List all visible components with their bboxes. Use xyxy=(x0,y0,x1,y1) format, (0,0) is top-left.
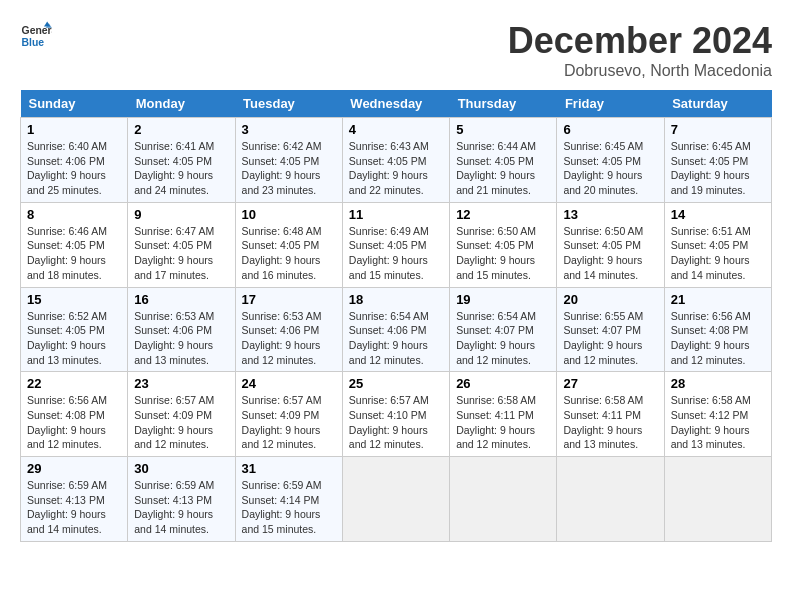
day-info: Sunrise: 6:58 AMSunset: 4:12 PMDaylight:… xyxy=(671,393,765,452)
day-info: Sunrise: 6:54 AMSunset: 4:06 PMDaylight:… xyxy=(349,309,443,368)
day-number: 21 xyxy=(671,292,765,307)
day-info: Sunrise: 6:57 AMSunset: 4:10 PMDaylight:… xyxy=(349,393,443,452)
calendar-cell: 12Sunrise: 6:50 AMSunset: 4:05 PMDayligh… xyxy=(450,202,557,287)
calendar-cell: 25Sunrise: 6:57 AMSunset: 4:10 PMDayligh… xyxy=(342,372,449,457)
day-info: Sunrise: 6:55 AMSunset: 4:07 PMDaylight:… xyxy=(563,309,657,368)
day-number: 6 xyxy=(563,122,657,137)
day-number: 12 xyxy=(456,207,550,222)
col-tuesday: Tuesday xyxy=(235,90,342,118)
day-info: Sunrise: 6:45 AMSunset: 4:05 PMDaylight:… xyxy=(563,139,657,198)
calendar-cell: 6Sunrise: 6:45 AMSunset: 4:05 PMDaylight… xyxy=(557,118,664,203)
calendar-cell: 28Sunrise: 6:58 AMSunset: 4:12 PMDayligh… xyxy=(664,372,771,457)
calendar-cell: 4Sunrise: 6:43 AMSunset: 4:05 PMDaylight… xyxy=(342,118,449,203)
calendar-cell: 20Sunrise: 6:55 AMSunset: 4:07 PMDayligh… xyxy=(557,287,664,372)
day-info: Sunrise: 6:51 AMSunset: 4:05 PMDaylight:… xyxy=(671,224,765,283)
calendar-cell: 30Sunrise: 6:59 AMSunset: 4:13 PMDayligh… xyxy=(128,457,235,542)
calendar-cell: 18Sunrise: 6:54 AMSunset: 4:06 PMDayligh… xyxy=(342,287,449,372)
day-number: 23 xyxy=(134,376,228,391)
week-row-3: 15Sunrise: 6:52 AMSunset: 4:05 PMDayligh… xyxy=(21,287,772,372)
day-number: 30 xyxy=(134,461,228,476)
calendar-cell xyxy=(342,457,449,542)
col-saturday: Saturday xyxy=(664,90,771,118)
calendar-cell xyxy=(557,457,664,542)
svg-text:Blue: Blue xyxy=(22,37,45,48)
day-info: Sunrise: 6:48 AMSunset: 4:05 PMDaylight:… xyxy=(242,224,336,283)
day-number: 18 xyxy=(349,292,443,307)
day-number: 11 xyxy=(349,207,443,222)
day-info: Sunrise: 6:54 AMSunset: 4:07 PMDaylight:… xyxy=(456,309,550,368)
day-number: 31 xyxy=(242,461,336,476)
col-sunday: Sunday xyxy=(21,90,128,118)
calendar-cell: 9Sunrise: 6:47 AMSunset: 4:05 PMDaylight… xyxy=(128,202,235,287)
calendar-cell: 27Sunrise: 6:58 AMSunset: 4:11 PMDayligh… xyxy=(557,372,664,457)
day-number: 9 xyxy=(134,207,228,222)
day-number: 2 xyxy=(134,122,228,137)
location-title: Dobrusevo, North Macedonia xyxy=(508,62,772,80)
day-number: 13 xyxy=(563,207,657,222)
day-info: Sunrise: 6:50 AMSunset: 4:05 PMDaylight:… xyxy=(563,224,657,283)
header-section: General Blue December 2024 Dobrusevo, No… xyxy=(20,20,772,80)
day-info: Sunrise: 6:44 AMSunset: 4:05 PMDaylight:… xyxy=(456,139,550,198)
day-info: Sunrise: 6:58 AMSunset: 4:11 PMDaylight:… xyxy=(563,393,657,452)
title-block: December 2024 Dobrusevo, North Macedonia xyxy=(508,20,772,80)
day-info: Sunrise: 6:57 AMSunset: 4:09 PMDaylight:… xyxy=(134,393,228,452)
day-info: Sunrise: 6:50 AMSunset: 4:05 PMDaylight:… xyxy=(456,224,550,283)
calendar-cell: 16Sunrise: 6:53 AMSunset: 4:06 PMDayligh… xyxy=(128,287,235,372)
day-number: 19 xyxy=(456,292,550,307)
day-number: 17 xyxy=(242,292,336,307)
day-number: 20 xyxy=(563,292,657,307)
day-info: Sunrise: 6:43 AMSunset: 4:05 PMDaylight:… xyxy=(349,139,443,198)
col-wednesday: Wednesday xyxy=(342,90,449,118)
day-number: 10 xyxy=(242,207,336,222)
calendar-cell: 11Sunrise: 6:49 AMSunset: 4:05 PMDayligh… xyxy=(342,202,449,287)
week-row-2: 8Sunrise: 6:46 AMSunset: 4:05 PMDaylight… xyxy=(21,202,772,287)
day-info: Sunrise: 6:56 AMSunset: 4:08 PMDaylight:… xyxy=(27,393,121,452)
col-thursday: Thursday xyxy=(450,90,557,118)
calendar-cell: 29Sunrise: 6:59 AMSunset: 4:13 PMDayligh… xyxy=(21,457,128,542)
calendar-cell: 3Sunrise: 6:42 AMSunset: 4:05 PMDaylight… xyxy=(235,118,342,203)
day-info: Sunrise: 6:52 AMSunset: 4:05 PMDaylight:… xyxy=(27,309,121,368)
day-number: 4 xyxy=(349,122,443,137)
calendar-cell: 26Sunrise: 6:58 AMSunset: 4:11 PMDayligh… xyxy=(450,372,557,457)
week-row-4: 22Sunrise: 6:56 AMSunset: 4:08 PMDayligh… xyxy=(21,372,772,457)
day-number: 3 xyxy=(242,122,336,137)
col-monday: Monday xyxy=(128,90,235,118)
calendar-cell xyxy=(664,457,771,542)
day-number: 7 xyxy=(671,122,765,137)
day-info: Sunrise: 6:53 AMSunset: 4:06 PMDaylight:… xyxy=(242,309,336,368)
day-info: Sunrise: 6:59 AMSunset: 4:13 PMDaylight:… xyxy=(27,478,121,537)
day-number: 22 xyxy=(27,376,121,391)
day-info: Sunrise: 6:49 AMSunset: 4:05 PMDaylight:… xyxy=(349,224,443,283)
calendar-cell: 5Sunrise: 6:44 AMSunset: 4:05 PMDaylight… xyxy=(450,118,557,203)
day-number: 1 xyxy=(27,122,121,137)
calendar-cell: 17Sunrise: 6:53 AMSunset: 4:06 PMDayligh… xyxy=(235,287,342,372)
day-number: 29 xyxy=(27,461,121,476)
day-info: Sunrise: 6:59 AMSunset: 4:13 PMDaylight:… xyxy=(134,478,228,537)
calendar-cell: 1Sunrise: 6:40 AMSunset: 4:06 PMDaylight… xyxy=(21,118,128,203)
day-info: Sunrise: 6:45 AMSunset: 4:05 PMDaylight:… xyxy=(671,139,765,198)
calendar-cell: 23Sunrise: 6:57 AMSunset: 4:09 PMDayligh… xyxy=(128,372,235,457)
week-row-1: 1Sunrise: 6:40 AMSunset: 4:06 PMDaylight… xyxy=(21,118,772,203)
calendar-cell: 22Sunrise: 6:56 AMSunset: 4:08 PMDayligh… xyxy=(21,372,128,457)
day-info: Sunrise: 6:47 AMSunset: 4:05 PMDaylight:… xyxy=(134,224,228,283)
day-number: 24 xyxy=(242,376,336,391)
day-number: 26 xyxy=(456,376,550,391)
day-info: Sunrise: 6:57 AMSunset: 4:09 PMDaylight:… xyxy=(242,393,336,452)
calendar-cell: 24Sunrise: 6:57 AMSunset: 4:09 PMDayligh… xyxy=(235,372,342,457)
day-number: 28 xyxy=(671,376,765,391)
day-number: 8 xyxy=(27,207,121,222)
calendar-cell xyxy=(450,457,557,542)
calendar-cell: 8Sunrise: 6:46 AMSunset: 4:05 PMDaylight… xyxy=(21,202,128,287)
day-info: Sunrise: 6:58 AMSunset: 4:11 PMDaylight:… xyxy=(456,393,550,452)
logo: General Blue xyxy=(20,20,52,52)
day-info: Sunrise: 6:56 AMSunset: 4:08 PMDaylight:… xyxy=(671,309,765,368)
calendar-cell: 7Sunrise: 6:45 AMSunset: 4:05 PMDaylight… xyxy=(664,118,771,203)
header-row: Sunday Monday Tuesday Wednesday Thursday… xyxy=(21,90,772,118)
day-number: 14 xyxy=(671,207,765,222)
day-info: Sunrise: 6:40 AMSunset: 4:06 PMDaylight:… xyxy=(27,139,121,198)
day-number: 15 xyxy=(27,292,121,307)
calendar-cell: 13Sunrise: 6:50 AMSunset: 4:05 PMDayligh… xyxy=(557,202,664,287)
calendar-cell: 31Sunrise: 6:59 AMSunset: 4:14 PMDayligh… xyxy=(235,457,342,542)
calendar-cell: 19Sunrise: 6:54 AMSunset: 4:07 PMDayligh… xyxy=(450,287,557,372)
logo-icon: General Blue xyxy=(20,20,52,52)
